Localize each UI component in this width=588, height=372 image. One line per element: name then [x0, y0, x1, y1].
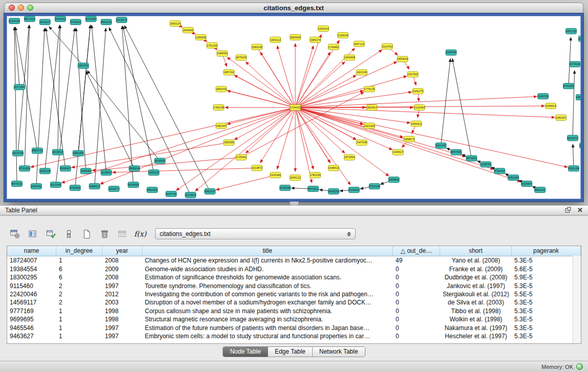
- graph-node[interactable]: 9160734: [538, 94, 549, 99]
- graph-node[interactable]: 1782235: [310, 172, 320, 178]
- graph-node[interactable]: 1892415: [216, 86, 227, 92]
- graph-node[interactable]: 9457210: [566, 28, 577, 34]
- graph-node[interactable]: 1830186: [224, 140, 234, 145]
- table-cell[interactable]: 9115460: [7, 282, 56, 290]
- table-row[interactable]: 946554611997Estimation of the future num…: [7, 324, 581, 332]
- table-cell[interactable]: 18724007: [7, 256, 56, 265]
- graph-node[interactable]: 9154233: [9, 18, 19, 24]
- graph-edge[interactable]: [573, 70, 575, 138]
- graph-node[interactable]: 1751263: [207, 42, 217, 48]
- table-cell[interactable]: 5.3E-5: [512, 332, 581, 340]
- graph-node[interactable]: 8847065: [451, 149, 462, 155]
- graph-node[interactable]: 8751269: [19, 166, 30, 171]
- table-cell[interactable]: 1: [56, 315, 102, 323]
- table-cell[interactable]: 5.5E-5: [512, 290, 581, 298]
- memory-status-icon[interactable]: [576, 363, 583, 370]
- graph-node[interactable]: 1938452: [217, 51, 228, 56]
- new-table-icon[interactable]: [80, 228, 93, 240]
- graph-node[interactable]: 1986274: [310, 37, 320, 42]
- graph-node[interactable]: 9562301: [147, 187, 158, 193]
- table-cell[interactable]: 18300295: [7, 273, 56, 281]
- graph-node[interactable]: 9518330: [155, 158, 165, 164]
- graph-node[interactable]: 8796450: [70, 185, 80, 191]
- graph-edge[interactable]: [441, 58, 450, 145]
- table-row[interactable]: 977716911998Corpus callosum shape and si…: [7, 307, 581, 315]
- table-row[interactable]: 946362711997Embryonic stem cells: a mode…: [7, 332, 581, 340]
- table-cell[interactable]: Nakamura et al. (1997): [440, 324, 512, 332]
- table-row[interactable]: 969969511998Structural magnetic resonanc…: [7, 315, 581, 323]
- graph-node[interactable]: 8746305: [563, 83, 574, 89]
- graph-node[interactable]: 2153049: [337, 32, 348, 38]
- graph-node[interactable]: 2104752: [382, 43, 393, 49]
- table-cell[interactable]: 5.3E-5: [512, 256, 581, 265]
- row-height-icon[interactable]: [62, 228, 75, 240]
- graph-edge[interactable]: [49, 27, 83, 66]
- graph-node[interactable]: 8805634: [129, 166, 140, 171]
- table-cell[interactable]: 0: [393, 315, 440, 323]
- graph-edge[interactable]: [241, 92, 364, 158]
- graph-node[interactable]: 8732410: [494, 168, 505, 174]
- tab-network-table[interactable]: Network Table: [313, 347, 365, 357]
- table-cell[interactable]: 2008: [102, 273, 142, 281]
- graph-node[interactable]: 1915346: [270, 172, 281, 178]
- graph-node[interactable]: 9408255: [328, 189, 339, 194]
- graph-edge[interactable]: [46, 28, 66, 169]
- table-vertical-scrollbar[interactable]: [573, 256, 581, 343]
- graph-node[interactable]: 9266118: [39, 168, 50, 174]
- graph-node[interactable]: 9382261: [576, 95, 581, 100]
- table-cell[interactable]: 0: [393, 282, 440, 290]
- graph-node[interactable]: 9147726: [166, 191, 177, 197]
- graph-node[interactable]: 2080145: [252, 44, 263, 50]
- table-selector-dropdown[interactable]: citations_edges.txt: [155, 228, 356, 239]
- graph-edge[interactable]: [25, 25, 30, 168]
- graph-edge[interactable]: [45, 25, 60, 171]
- graph-node[interactable]: 1749481: [328, 44, 339, 50]
- table-cell[interactable]: 14569117: [7, 298, 56, 307]
- column-header-short[interactable]: short: [440, 246, 512, 256]
- table-settings-icon[interactable]: [8, 228, 21, 240]
- table-cell[interactable]: 22420046: [7, 290, 56, 298]
- graph-node[interactable]: 9064152: [55, 16, 66, 21]
- graph-edge[interactable]: [61, 107, 295, 183]
- table-cell[interactable]: Stergiakouli et al. (2012): [440, 290, 512, 298]
- graph-edge[interactable]: [277, 107, 295, 169]
- graph-edge[interactable]: [87, 71, 160, 161]
- graph-edge[interactable]: [123, 26, 154, 173]
- graph-node[interactable]: 8823056: [579, 36, 581, 41]
- network-canvas[interactable]: 1724042185490419631122080145157523316872…: [7, 16, 581, 199]
- delete-table-icon[interactable]: [98, 228, 111, 240]
- graph-node[interactable]: 1854904: [290, 34, 301, 40]
- graph-node[interactable]: 1804517: [366, 105, 377, 111]
- graph-node[interactable]: 2210463: [414, 105, 425, 111]
- table-cell[interactable]: Genome-wide association studies in ADHD.: [142, 265, 393, 273]
- graph-node[interactable]: 1698410: [328, 165, 339, 171]
- graph-edge[interactable]: [58, 25, 60, 152]
- graph-node[interactable]: 9410276: [116, 17, 127, 23]
- graph-node[interactable]: 9203177: [108, 186, 119, 192]
- graph-edge[interactable]: [76, 28, 86, 171]
- graph-node[interactable]: 9251840: [85, 16, 96, 21]
- graph-node[interactable]: 8674219: [11, 181, 22, 187]
- graph-node[interactable]: 1844060: [183, 27, 193, 33]
- table-cell[interactable]: Changes of HCN gene expression and I(f) …: [142, 256, 393, 265]
- table-row[interactable]: 1456911722003Disruption of a novel membe…: [7, 298, 581, 307]
- graph-node[interactable]: 9337008: [580, 143, 581, 148]
- table-row[interactable]: 1830029562008Estimation of significance …: [7, 273, 581, 281]
- graph-node[interactable]: 1963112: [270, 37, 281, 42]
- table-cell[interactable]: 1998: [102, 307, 142, 315]
- graph-node[interactable]: 9132604: [349, 187, 359, 193]
- column-header-out_de[interactable]: △ out_de…: [393, 246, 440, 256]
- tab-edge-table[interactable]: Edge Table: [268, 347, 313, 357]
- table-cell[interactable]: 0: [393, 273, 440, 281]
- graph-node[interactable]: 9274133: [570, 61, 580, 67]
- table-cell[interactable]: Tourette syndrome. Phenomenology and cla…: [142, 282, 393, 290]
- graph-edge[interactable]: [573, 144, 574, 169]
- table-cell[interactable]: 1998: [102, 315, 142, 323]
- graph-node[interactable]: 1495327: [393, 149, 403, 155]
- graph-edge[interactable]: [295, 34, 321, 107]
- close-window-button[interactable]: [9, 5, 15, 11]
- table-cell[interactable]: Embryonic stem cells: a model to study s…: [142, 332, 393, 340]
- column-header-in_degree[interactable]: in_degree: [56, 246, 102, 256]
- table-cell[interactable]: 6: [56, 265, 102, 273]
- table-cell[interactable]: 1997: [102, 332, 142, 340]
